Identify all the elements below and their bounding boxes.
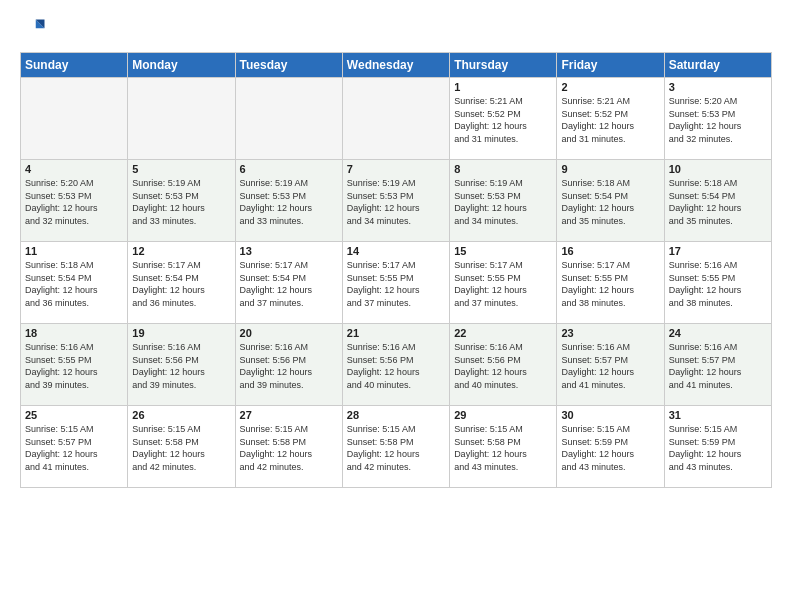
day-number: 20 [240, 327, 338, 339]
day-cell: 19Sunrise: 5:16 AM Sunset: 5:56 PM Dayli… [128, 324, 235, 406]
day-info: Sunrise: 5:20 AM Sunset: 5:53 PM Dayligh… [25, 177, 123, 227]
day-cell: 6Sunrise: 5:19 AM Sunset: 5:53 PM Daylig… [235, 160, 342, 242]
day-cell: 13Sunrise: 5:17 AM Sunset: 5:54 PM Dayli… [235, 242, 342, 324]
day-info: Sunrise: 5:16 AM Sunset: 5:56 PM Dayligh… [347, 341, 445, 391]
day-number: 6 [240, 163, 338, 175]
col-header-friday: Friday [557, 53, 664, 78]
day-number: 21 [347, 327, 445, 339]
day-number: 7 [347, 163, 445, 175]
day-info: Sunrise: 5:15 AM Sunset: 5:58 PM Dayligh… [240, 423, 338, 473]
day-cell: 2Sunrise: 5:21 AM Sunset: 5:52 PM Daylig… [557, 78, 664, 160]
day-cell [342, 78, 449, 160]
day-cell: 31Sunrise: 5:15 AM Sunset: 5:59 PM Dayli… [664, 406, 771, 488]
day-number: 23 [561, 327, 659, 339]
day-cell: 15Sunrise: 5:17 AM Sunset: 5:55 PM Dayli… [450, 242, 557, 324]
day-cell: 11Sunrise: 5:18 AM Sunset: 5:54 PM Dayli… [21, 242, 128, 324]
day-cell: 22Sunrise: 5:16 AM Sunset: 5:56 PM Dayli… [450, 324, 557, 406]
day-cell: 17Sunrise: 5:16 AM Sunset: 5:55 PM Dayli… [664, 242, 771, 324]
calendar: SundayMondayTuesdayWednesdayThursdayFrid… [20, 52, 772, 488]
day-number: 22 [454, 327, 552, 339]
day-info: Sunrise: 5:18 AM Sunset: 5:54 PM Dayligh… [25, 259, 123, 309]
day-cell [21, 78, 128, 160]
header-row: SundayMondayTuesdayWednesdayThursdayFrid… [21, 53, 772, 78]
day-number: 13 [240, 245, 338, 257]
week-row-3: 11Sunrise: 5:18 AM Sunset: 5:54 PM Dayli… [21, 242, 772, 324]
day-cell: 30Sunrise: 5:15 AM Sunset: 5:59 PM Dayli… [557, 406, 664, 488]
day-number: 26 [132, 409, 230, 421]
day-number: 31 [669, 409, 767, 421]
day-number: 14 [347, 245, 445, 257]
day-cell: 24Sunrise: 5:16 AM Sunset: 5:57 PM Dayli… [664, 324, 771, 406]
day-cell: 28Sunrise: 5:15 AM Sunset: 5:58 PM Dayli… [342, 406, 449, 488]
page: SundayMondayTuesdayWednesdayThursdayFrid… [0, 0, 792, 612]
day-info: Sunrise: 5:16 AM Sunset: 5:55 PM Dayligh… [669, 259, 767, 309]
day-info: Sunrise: 5:17 AM Sunset: 5:55 PM Dayligh… [561, 259, 659, 309]
day-cell [128, 78, 235, 160]
day-number: 11 [25, 245, 123, 257]
day-cell: 18Sunrise: 5:16 AM Sunset: 5:55 PM Dayli… [21, 324, 128, 406]
col-header-tuesday: Tuesday [235, 53, 342, 78]
logo-icon [20, 16, 48, 44]
day-cell: 20Sunrise: 5:16 AM Sunset: 5:56 PM Dayli… [235, 324, 342, 406]
day-number: 28 [347, 409, 445, 421]
day-number: 3 [669, 81, 767, 93]
day-cell: 27Sunrise: 5:15 AM Sunset: 5:58 PM Dayli… [235, 406, 342, 488]
day-number: 19 [132, 327, 230, 339]
day-cell: 29Sunrise: 5:15 AM Sunset: 5:58 PM Dayli… [450, 406, 557, 488]
day-cell: 7Sunrise: 5:19 AM Sunset: 5:53 PM Daylig… [342, 160, 449, 242]
day-cell: 5Sunrise: 5:19 AM Sunset: 5:53 PM Daylig… [128, 160, 235, 242]
day-number: 25 [25, 409, 123, 421]
day-number: 2 [561, 81, 659, 93]
day-info: Sunrise: 5:15 AM Sunset: 5:58 PM Dayligh… [132, 423, 230, 473]
logo [20, 16, 52, 44]
day-cell: 16Sunrise: 5:17 AM Sunset: 5:55 PM Dayli… [557, 242, 664, 324]
day-info: Sunrise: 5:16 AM Sunset: 5:56 PM Dayligh… [454, 341, 552, 391]
col-header-monday: Monday [128, 53, 235, 78]
day-info: Sunrise: 5:17 AM Sunset: 5:55 PM Dayligh… [347, 259, 445, 309]
day-cell: 21Sunrise: 5:16 AM Sunset: 5:56 PM Dayli… [342, 324, 449, 406]
day-info: Sunrise: 5:19 AM Sunset: 5:53 PM Dayligh… [240, 177, 338, 227]
day-info: Sunrise: 5:15 AM Sunset: 5:58 PM Dayligh… [347, 423, 445, 473]
day-info: Sunrise: 5:16 AM Sunset: 5:57 PM Dayligh… [669, 341, 767, 391]
day-number: 4 [25, 163, 123, 175]
day-number: 18 [25, 327, 123, 339]
day-cell: 14Sunrise: 5:17 AM Sunset: 5:55 PM Dayli… [342, 242, 449, 324]
day-number: 29 [454, 409, 552, 421]
day-number: 5 [132, 163, 230, 175]
week-row-4: 18Sunrise: 5:16 AM Sunset: 5:55 PM Dayli… [21, 324, 772, 406]
day-info: Sunrise: 5:15 AM Sunset: 5:59 PM Dayligh… [561, 423, 659, 473]
day-info: Sunrise: 5:16 AM Sunset: 5:56 PM Dayligh… [240, 341, 338, 391]
day-info: Sunrise: 5:20 AM Sunset: 5:53 PM Dayligh… [669, 95, 767, 145]
day-info: Sunrise: 5:16 AM Sunset: 5:56 PM Dayligh… [132, 341, 230, 391]
day-info: Sunrise: 5:19 AM Sunset: 5:53 PM Dayligh… [132, 177, 230, 227]
day-number: 17 [669, 245, 767, 257]
col-header-sunday: Sunday [21, 53, 128, 78]
day-number: 30 [561, 409, 659, 421]
day-info: Sunrise: 5:21 AM Sunset: 5:52 PM Dayligh… [454, 95, 552, 145]
day-info: Sunrise: 5:17 AM Sunset: 5:54 PM Dayligh… [240, 259, 338, 309]
col-header-thursday: Thursday [450, 53, 557, 78]
day-info: Sunrise: 5:21 AM Sunset: 5:52 PM Dayligh… [561, 95, 659, 145]
day-info: Sunrise: 5:17 AM Sunset: 5:54 PM Dayligh… [132, 259, 230, 309]
day-info: Sunrise: 5:19 AM Sunset: 5:53 PM Dayligh… [454, 177, 552, 227]
day-cell [235, 78, 342, 160]
header [20, 16, 772, 44]
day-cell: 4Sunrise: 5:20 AM Sunset: 5:53 PM Daylig… [21, 160, 128, 242]
day-info: Sunrise: 5:16 AM Sunset: 5:55 PM Dayligh… [25, 341, 123, 391]
day-cell: 26Sunrise: 5:15 AM Sunset: 5:58 PM Dayli… [128, 406, 235, 488]
day-info: Sunrise: 5:18 AM Sunset: 5:54 PM Dayligh… [669, 177, 767, 227]
day-number: 8 [454, 163, 552, 175]
col-header-wednesday: Wednesday [342, 53, 449, 78]
day-number: 27 [240, 409, 338, 421]
day-number: 9 [561, 163, 659, 175]
day-number: 24 [669, 327, 767, 339]
day-cell: 8Sunrise: 5:19 AM Sunset: 5:53 PM Daylig… [450, 160, 557, 242]
day-number: 1 [454, 81, 552, 93]
week-row-1: 1Sunrise: 5:21 AM Sunset: 5:52 PM Daylig… [21, 78, 772, 160]
day-info: Sunrise: 5:15 AM Sunset: 5:59 PM Dayligh… [669, 423, 767, 473]
day-cell: 12Sunrise: 5:17 AM Sunset: 5:54 PM Dayli… [128, 242, 235, 324]
week-row-5: 25Sunrise: 5:15 AM Sunset: 5:57 PM Dayli… [21, 406, 772, 488]
day-cell: 25Sunrise: 5:15 AM Sunset: 5:57 PM Dayli… [21, 406, 128, 488]
day-number: 10 [669, 163, 767, 175]
day-number: 15 [454, 245, 552, 257]
